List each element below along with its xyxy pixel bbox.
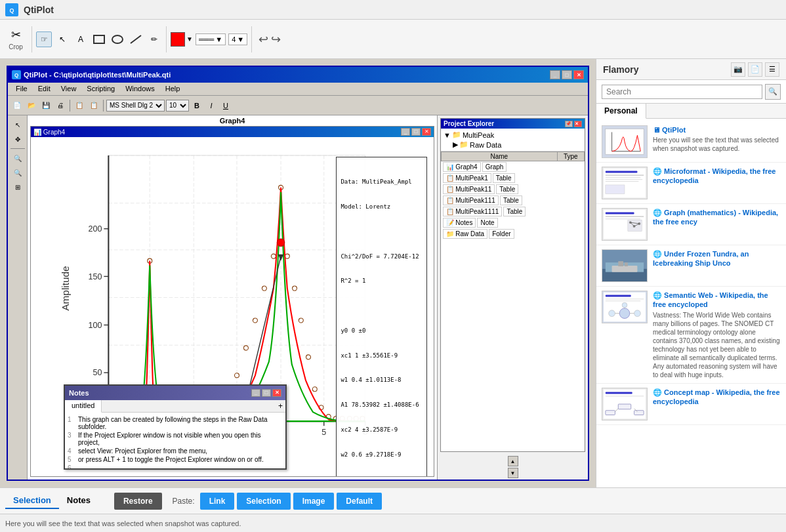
notes-max-btn[interactable]: □ [262, 389, 271, 397]
graph-max-btn[interactable]: □ [411, 128, 421, 136]
menu-scripting[interactable]: Scripting [81, 84, 120, 94]
svg-rect-110 [606, 216, 644, 216]
minimize-button[interactable]: _ [550, 70, 560, 79]
snap-icon-2: 🌐 [653, 167, 662, 175]
list-item[interactable]: 🌐 Microformat - Wikipedia, the free ency… [596, 163, 786, 204]
snapshot-info-1: 🖥 QtiPlot Here you will see the text tha… [653, 125, 781, 153]
tab-personal[interactable]: Personal [596, 104, 646, 119]
table-row[interactable]: 📋 MultiPeak1 Table [442, 173, 558, 184]
pe-folder-name: MultiPeak [463, 131, 494, 139]
inner-open-btn[interactable]: 📂 [25, 99, 38, 112]
arrow-tool-button[interactable]: ↖ [54, 31, 70, 47]
restore-button[interactable]: Restore [114, 493, 162, 510]
undo-button[interactable]: ↩ [259, 32, 268, 47]
list-item[interactable]: 🌐 Under Frozen Tundra, an Icebreaking Sh… [596, 245, 786, 287]
pe-subfolder-item[interactable]: ▶ 📁 Raw Data [442, 140, 583, 150]
annot-line5: R^2 = 1 [341, 277, 423, 285]
flamory-camera-icon[interactable]: 📷 [731, 62, 745, 77]
color-picker-button[interactable] [171, 32, 185, 47]
font-select[interactable]: MS Shell Dlg 2 [106, 100, 165, 112]
notes-line-1: 1This graph can be created by following … [68, 415, 283, 431]
notes-tab-untitled[interactable]: untitled [65, 400, 102, 413]
line-style-button[interactable]: ═══ ▼ [196, 33, 226, 45]
pe-item-type-7: Folder [489, 229, 514, 239]
search-button[interactable]: 🔍 [765, 84, 781, 100]
snapshot-info-3: 🌐 Graph (mathematics) - Wikipedia, the f… [653, 208, 781, 227]
list-item[interactable]: 🖥 QtiPlot Here you will see the text tha… [596, 121, 786, 163]
svg-text:200: 200 [89, 224, 102, 234]
underline-button[interactable]: U [219, 99, 232, 112]
table-row[interactable]: 📋 MultiPeak11 Table [442, 184, 558, 195]
rect-tool-button[interactable] [91, 31, 107, 47]
list-item[interactable]: 🌐 Semantic Web - Wikipedia, the free enc… [596, 287, 786, 384]
italic-button[interactable]: I [205, 99, 218, 112]
table-row[interactable]: 📋 MultiPeak1111 Table [442, 206, 558, 217]
flamory-menu-icon[interactable]: ☰ [765, 62, 779, 77]
pencil-tool-button[interactable]: ✏ [146, 31, 162, 47]
ellipse-tool-button[interactable] [110, 31, 125, 47]
graph-min-btn[interactable]: _ [401, 128, 410, 136]
sidebar-zoom-in[interactable]: 🔍 [10, 152, 26, 165]
inner-paste-btn[interactable]: 📋 [87, 99, 100, 112]
bold-button[interactable]: B [190, 99, 203, 112]
link-button[interactable]: Link [200, 493, 235, 510]
inner-toolbar-sep1 [70, 100, 70, 112]
menu-help[interactable]: Help [160, 84, 186, 94]
notes-min-btn[interactable]: _ [251, 389, 260, 397]
tab-notes[interactable]: Notes [59, 493, 98, 509]
table-row[interactable]: 📊 Graph4 Graph [442, 161, 558, 173]
flamory-header: Flamory 📷 📄 ☰ [596, 59, 786, 80]
notes-close-btn[interactable]: ✕ [272, 389, 281, 397]
flamory-doc-icon[interactable]: 📄 [748, 62, 762, 77]
inner-save-btn[interactable]: 💾 [39, 99, 52, 112]
sidebar-fit[interactable]: ⊞ [10, 180, 26, 194]
list-item[interactable]: 🌐 Graph (mathematics) - Wikipedia, the f… [596, 204, 786, 245]
close-button[interactable]: ✕ [573, 70, 584, 79]
snapshot-desc-1: Here you will see the text that was sele… [653, 136, 781, 153]
hand-tool-button[interactable]: ☞ [36, 31, 52, 47]
flamory-tabs: Personal [596, 104, 786, 119]
sidebar-tool-1[interactable]: ↖ [10, 118, 26, 131]
right-tool-1[interactable]: ▲ [508, 456, 518, 466]
tab-selection[interactable]: Selection [5, 493, 59, 509]
font-size-select[interactable]: 10 [166, 100, 189, 112]
sidebar-zoom-out[interactable]: 🔍 [10, 166, 26, 179]
line-tool-button[interactable] [128, 31, 144, 47]
list-item[interactable]: 🌐 Concept map - Wikipedia, the free ency… [596, 384, 786, 425]
right-tool-2[interactable]: ▼ [508, 468, 518, 478]
menu-windows[interactable]: Windows [120, 84, 160, 94]
pe-folder-item[interactable]: ▼ 📁 MultiPeak [442, 130, 583, 140]
graph-panel: Graph4 📊 Graph4 _ □ ✕ [28, 115, 437, 480]
menu-file[interactable]: File [10, 84, 33, 94]
pe-pin-btn[interactable]: 📌 [565, 121, 573, 127]
crop-tool-button[interactable]: ✂ Crop [4, 23, 28, 56]
menu-view[interactable]: View [56, 84, 82, 94]
toolbar-separator-3 [251, 26, 252, 52]
image-button[interactable]: Image [293, 493, 335, 510]
color-dropdown-arrow[interactable]: ▼ [186, 35, 193, 43]
graph-close-btn[interactable]: ✕ [422, 128, 431, 136]
snap-icon-5: 🌐 [653, 291, 662, 299]
line-width-button[interactable]: 4 ▼ [228, 33, 247, 45]
notes-add-btn[interactable]: + [276, 400, 285, 412]
redo-button[interactable]: ↪ [271, 32, 281, 47]
table-row[interactable]: 📋 MultiPeak111 Table [442, 195, 558, 206]
pe-subfolder-name: Raw Data [470, 141, 501, 149]
notes-text-1: This graph can be created by following t… [78, 416, 283, 430]
text-tool-button[interactable]: A [73, 31, 89, 47]
sidebar-tool-2[interactable]: ✥ [10, 133, 26, 146]
inner-new-btn[interactable]: 📄 [10, 99, 24, 112]
snapshot-title-2: 🌐 Microformat - Wikipedia, the free ency… [653, 167, 781, 186]
selection-button[interactable]: Selection [237, 493, 290, 510]
inner-copy-btn[interactable]: 📋 [73, 99, 86, 112]
pe-tree-root: ▼ 📁 MultiPeak ▶ 📁 Raw Data [441, 129, 585, 152]
table-row[interactable]: 📝 Notes Note [442, 217, 558, 228]
search-input[interactable] [602, 85, 762, 99]
maximize-button[interactable]: □ [562, 70, 572, 79]
pe-close-btn[interactable]: ✕ [574, 121, 582, 127]
svg-point-130 [619, 308, 630, 319]
default-button[interactable]: Default [337, 493, 382, 510]
table-row[interactable]: 📁 Raw Data Folder [442, 228, 558, 239]
menu-edit[interactable]: Edit [33, 84, 56, 94]
inner-print-btn[interactable]: 🖨 [54, 99, 67, 112]
